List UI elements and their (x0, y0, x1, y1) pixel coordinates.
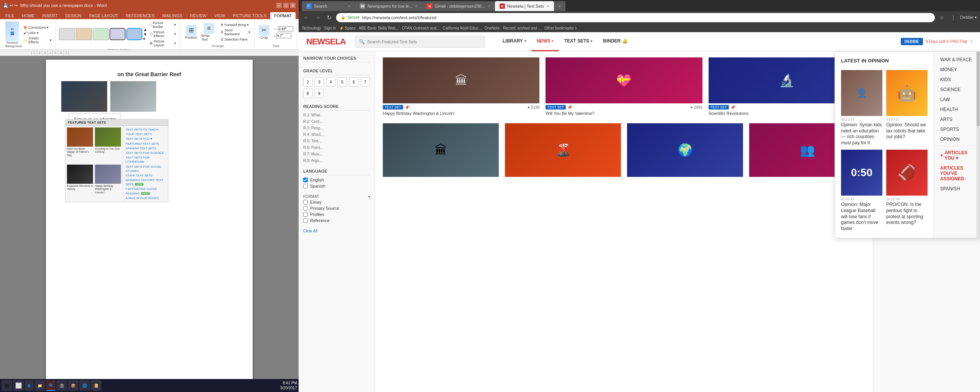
newsela-search-bar[interactable]: 🔍 (355, 36, 485, 48)
color-button[interactable]: 🖌 Color ▾ (22, 31, 53, 35)
reference-checkbox[interactable] (303, 218, 308, 223)
bm-abe[interactable]: ABE Basic Skills Web... (359, 26, 399, 30)
fp-thumb-3[interactable]: Explosive Moments in History (67, 165, 93, 200)
grade-btn-6[interactable]: 6 (349, 77, 358, 87)
bm-space[interactable]: ⚡ Space (339, 26, 356, 30)
bm-record[interactable]: Record, archive and ... (503, 26, 542, 30)
browser-tab-newsela[interactable]: N Newsela | Text Sets ✕ (495, 1, 554, 11)
remove-bg-button[interactable]: ✂🖼 Remove Background (4, 21, 21, 49)
mega-kids[interactable]: KIDS (934, 75, 980, 85)
mega-opinion[interactable]: OPINION (934, 134, 980, 144)
fp-link-spanish-text-sets[interactable]: SPANISH TEXT SETS (126, 146, 166, 150)
grade-btn-2[interactable]: 2 (303, 77, 312, 87)
fp-link-text-sets-you[interactable]: TEXT SETS YOU ♥ (126, 137, 166, 141)
taskview-button[interactable]: ⬜ (13, 380, 24, 391)
bm-sign-in[interactable]: Sign In (324, 26, 336, 30)
fp-link-text-sets-science[interactable]: TEXT SETS FOR SCIENCE (126, 151, 166, 155)
ts-card-1[interactable]: 🏛 TEXT SET 📌 ♥ 5199 Happy Birthday Washi… (383, 57, 539, 116)
tab-close-gmail[interactable]: ✕ (487, 4, 490, 8)
tab-picture-tools[interactable]: PICTURE TOOLS (229, 12, 270, 19)
url-bar[interactable]: 🔒 Secure https://newsela.com/text-sets/#… (336, 13, 935, 22)
fp-link-text-sets-literature[interactable]: TEXT SETS FOR LITERATURE (126, 155, 166, 164)
clear-all-button[interactable]: Clear All (303, 229, 370, 233)
bm-technology[interactable]: Technology (302, 26, 321, 30)
grade-btn-7[interactable]: 7 (361, 77, 370, 87)
wrap-text-button[interactable]: ≡ Wrap Text (200, 22, 218, 42)
bookmark-star[interactable]: ☆ (937, 13, 946, 22)
back-button[interactable]: ← (302, 13, 311, 22)
mega-sports[interactable]: SPORTS (934, 124, 980, 134)
taskbar-chrome[interactable]: 🌐 (79, 380, 90, 391)
newsela-search-input[interactable] (367, 39, 481, 44)
forward-button[interactable]: → (313, 13, 322, 22)
opinion-card-3[interactable]: 0:50 01.02.17 Opinion: Major League Base… (841, 150, 882, 232)
picture-border-button[interactable]: □ Picture Border ▾ (148, 21, 178, 29)
dropdown-scrollbar[interactable] (977, 52, 980, 238)
ps-thumb-1[interactable] (59, 28, 75, 40)
nav-binder[interactable]: BINDER 🔔 (598, 32, 633, 51)
taskbar-explorer[interactable]: 📁 (34, 380, 45, 391)
bm-onenote[interactable]: OneNote (485, 26, 500, 30)
maximize-button[interactable]: □ (283, 3, 289, 8)
reload-button[interactable]: ↻ (325, 13, 334, 22)
ps-thumb-3[interactable] (93, 28, 109, 40)
ps-scroll-up[interactable]: ▲ (143, 28, 147, 32)
taskbar-ie[interactable]: e (24, 380, 34, 391)
tab-file[interactable]: FILE (2, 12, 18, 19)
ps-thumb-5[interactable] (126, 28, 142, 40)
fp-thumb-2[interactable]: Scouting In The 21st Century (95, 127, 121, 163)
artistic-effects-button[interactable]: ✨ Artistic Effects ▾ (22, 36, 53, 44)
tab-review[interactable]: REVIEW (186, 12, 210, 19)
mega-articles-heart[interactable]: ♥ARTICLES YOU ♥ (934, 148, 980, 163)
tab-references[interactable]: REFERENCES (122, 12, 158, 19)
grade-btn-8[interactable]: 8 (303, 89, 312, 98)
opinion-card-2[interactable]: 🤖 03.07.17 Opinion: Should we tax robots… (886, 70, 928, 146)
forward-bring-button[interactable]: ⬆ Forward Bring ▾ (219, 23, 252, 27)
tab-page-layout[interactable]: PAGE LAYOUT (85, 12, 122, 19)
fp-link-text-sets-social-studies[interactable]: TEXT SETS FOR SOCIAL STUDIES (126, 165, 166, 173)
position-button[interactable]: ⊞ Position (183, 24, 199, 40)
nav-text-sets[interactable]: TEXT SETS ▾ (559, 32, 598, 51)
newsela-logo[interactable]: NEWSELA (306, 37, 346, 47)
taskbar-word[interactable]: W (46, 380, 56, 391)
ps-thumb-2[interactable] (76, 28, 92, 40)
taskbar-onenote2[interactable]: 📔 (91, 380, 101, 391)
browser-tab-search[interactable]: 🔍 Search ✕ (302, 1, 355, 11)
taskbar-dropbox[interactable]: 📦 (68, 380, 78, 391)
corrections-button[interactable]: 🎨 Corrections ▾ (22, 25, 53, 30)
picture-layout-button[interactable]: ⊞ Picture Layout ▾ (148, 39, 178, 47)
user-account[interactable]: Debbie ▾ (960, 15, 977, 20)
tab-mailings[interactable]: MAILINGS (158, 12, 186, 19)
taskbar-onenote[interactable]: 📓 (56, 380, 67, 391)
user-badge[interactable]: DEBBIE (901, 38, 923, 45)
primary-source-checkbox[interactable] (303, 206, 308, 211)
height-value[interactable] (276, 33, 291, 38)
mega-law[interactable]: LAW (934, 95, 980, 105)
mega-war-peace[interactable]: WAR & PEACE (934, 55, 980, 65)
fp-link-text-sets-to-teach[interactable]: TEXT SETS TO TEACH (126, 127, 166, 132)
width-value[interactable] (278, 26, 293, 31)
close-button[interactable]: ✕ (290, 3, 296, 8)
grade-btn-4[interactable]: 4 (326, 77, 335, 87)
mega-arts[interactable]: ARTS (934, 114, 980, 124)
crop-button[interactable]: ✂ Crop (257, 24, 271, 40)
bm-california[interactable]: California Adult Educ... (443, 26, 481, 30)
bottom-card-1[interactable]: 🏛 (383, 123, 499, 177)
nav-news[interactable]: NEWS ▾ (531, 32, 559, 51)
spanish-checkbox[interactable] (303, 184, 308, 188)
fp-link-your-text-sets[interactable]: YOUR TEXT SETS (126, 132, 166, 136)
fp-link-captivating[interactable]: CAPTIVATING CLOSE READING NEW (126, 187, 166, 195)
browser-tab-newspapers[interactable]: 📰 Newspapers for low le... ✕ (355, 1, 422, 11)
bottom-card-2[interactable]: 🌋 (505, 123, 621, 177)
grade-btn-5[interactable]: 5 (338, 77, 347, 87)
browser-menu[interactable]: ⋮ (949, 13, 958, 22)
tab-close-newspapers[interactable]: ✕ (415, 4, 418, 8)
bottom-card-3[interactable]: 🌍 (627, 123, 743, 177)
mega-science[interactable]: SCIENCE (934, 85, 980, 95)
minimize-button[interactable]: ─ (276, 3, 282, 8)
fp-link-state-text-sets[interactable]: STATE TEXT SETS (126, 173, 166, 178)
new-tab-button[interactable]: + (554, 1, 565, 11)
nav-library[interactable]: LIBRARY ▾ (497, 32, 531, 51)
opinion-card-1[interactable]: 👤 03.12.17 Opinion: Syrian kids need an … (841, 70, 882, 146)
fp-link-featured-text-sets[interactable]: FEATURED TEXT SETS (126, 142, 166, 146)
